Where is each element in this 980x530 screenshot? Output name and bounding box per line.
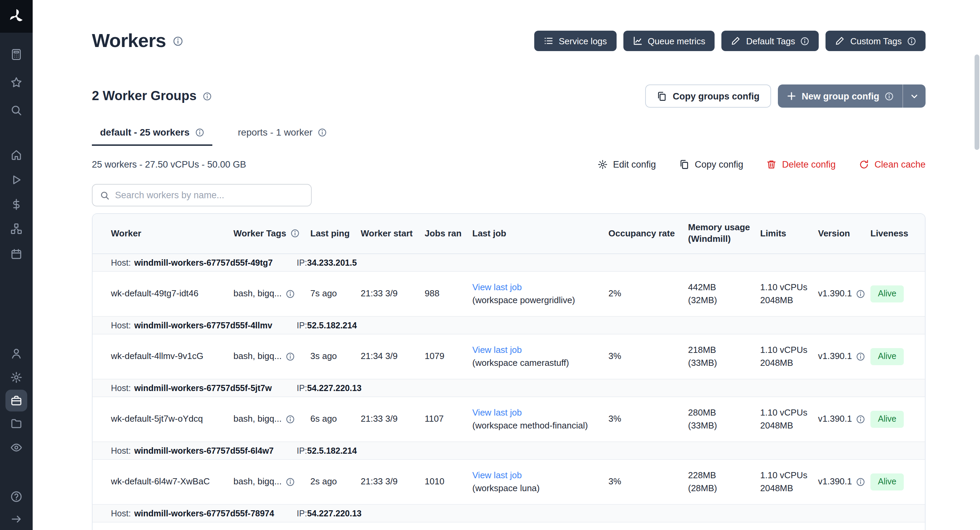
view-last-job-link[interactable]: View last job [472,406,603,419]
copy-groups-config-button[interactable]: Copy groups config [645,85,771,108]
version: v1.390.1 [818,476,870,488]
last-job: View last job (workspace luna) [472,469,608,495]
new-group-config-dropdown[interactable] [902,85,926,108]
worker-tags-info-icon[interactable] [290,229,299,238]
audit-eye-icon[interactable] [10,441,22,454]
view-last-job-link[interactable]: View last job [472,344,603,357]
new-group-config-button[interactable]: New group config [778,85,926,108]
worker-tags: bash, bigq... [234,413,310,426]
jobs-ran: 988 [425,287,472,300]
host-ip: 54.227.220.13 [307,383,362,393]
version-info-icon[interactable] [856,289,865,299]
schedules-calendar-icon[interactable] [10,248,22,260]
worker-tags: bash, bigq... [234,350,310,363]
version: v1.390.1 [818,350,870,363]
groups-header: 2 Worker Groups Copy groups config [92,85,926,108]
sidebar-item-workers[interactable] [5,390,27,412]
pencil-icon [835,36,845,46]
help-icon[interactable] [10,490,22,503]
view-last-job-link[interactable]: View last job [472,281,603,294]
last-ping: 3s ago [310,350,361,363]
refresh-icon [859,159,869,169]
alive-badge: Alive [870,348,904,365]
resources-boxes-icon[interactable] [10,223,22,235]
host-name: windmill-workers-67757d55f-6l4w7 [134,446,274,455]
settings-gear-icon[interactable] [10,371,22,383]
last-job: View last job (workspace method-financia… [472,406,608,432]
liveness: Alive [870,348,925,365]
limits: 1.10 vCPUs 2048MB [760,406,818,432]
ip-label: IP: [297,258,307,267]
new-group-config-info-icon[interactable] [885,92,894,101]
memory-usage: 280MB (33MB) [688,406,760,432]
version-info-icon[interactable] [856,352,865,361]
search-input[interactable] [115,190,304,200]
folders-icon[interactable] [10,418,22,430]
view-last-job-link[interactable]: View last job [472,469,603,482]
alive-badge: Alive [870,411,904,428]
delete-config-button[interactable]: Delete config [766,159,836,169]
service-logs-button[interactable]: Service logs [534,31,617,51]
edit-config-button[interactable]: Edit config [598,159,656,169]
tags-info-icon[interactable] [286,352,295,361]
windmill-logo-icon [8,8,25,25]
version-info-icon[interactable] [856,477,865,486]
default-tags-button[interactable]: Default Tags [722,31,819,51]
tab-default-info-icon[interactable] [195,128,204,137]
page-scrollbar[interactable] [975,54,979,150]
copy-file-icon [656,91,667,101]
host-label: Host: [111,446,130,455]
search-icon[interactable] [10,104,22,117]
pencil-icon [731,36,741,46]
favorites-star-icon[interactable] [10,76,22,89]
col-liveness: Liveness [870,228,925,239]
tags-info-icon[interactable] [286,289,295,299]
runs-play-icon[interactable] [10,174,22,186]
worker-name: wk-default-4llmv-9v1cG [111,350,234,363]
jobs-ran: 1079 [425,350,472,363]
worker-row-partial [92,522,925,530]
last-job-workspace: (workspace method-financial) [472,419,603,432]
worker-tags: bash, bigq... [234,476,310,488]
col-memory-usage: Memory usage (Windmill) [688,222,760,245]
queue-metrics-button[interactable]: Queue metrics [624,31,715,51]
home-icon[interactable] [10,148,22,161]
clean-cache-button[interactable]: Clean cache [859,159,926,169]
version-info-icon[interactable] [856,415,865,424]
tab-reports[interactable]: reports - 1 worker [230,127,335,146]
liveness: Alive [870,474,925,490]
limits: 1.10 vCPUs 2048MB [760,469,818,495]
host-name: windmill-workers-67757d55f-78974 [134,509,274,518]
tags-info-icon[interactable] [286,415,295,424]
page-title-info-icon[interactable] [173,36,183,46]
collapse-arrow-icon[interactable] [10,513,22,525]
col-limits: Limits [760,228,818,239]
chart-icon [633,36,643,46]
jobs-ran: 1010 [425,476,472,488]
app-window: Workers Service logs Queue [0,0,980,530]
variables-dollar-icon[interactable] [10,198,22,211]
tags-info-icon[interactable] [286,477,295,486]
limits: 1.10 vCPUs 2048MB [760,344,818,369]
windmill-logo[interactable] [0,0,33,33]
custom-tags-info-icon[interactable] [907,37,916,45]
custom-tags-button[interactable]: Custom Tags [826,31,926,51]
worker-tags: bash, bigq... [234,287,310,300]
workspace-grid-icon[interactable] [10,48,22,61]
workers-briefcase-icon [10,394,22,407]
col-worker-tags: Worker Tags [234,228,310,239]
users-person-icon[interactable] [10,347,22,360]
col-worker: Worker [111,228,234,239]
host-label: Host: [111,509,130,518]
copy-config-button[interactable]: Copy config [679,159,743,169]
tab-reports-info-icon[interactable] [318,128,327,137]
default-tags-info-icon[interactable] [801,37,810,45]
groups-actions: Copy groups config New group config [645,85,926,108]
col-last-ping: Last ping [310,228,361,239]
occupancy-rate: 3% [608,476,688,488]
page-title: Workers [92,30,183,52]
last-ping: 7s ago [310,287,361,300]
host-row: Host:windmill-workers-67757d55f-6l4w7 IP… [92,442,925,460]
groups-heading-info-icon[interactable] [203,92,212,101]
tab-default[interactable]: default - 25 workers [92,127,212,146]
